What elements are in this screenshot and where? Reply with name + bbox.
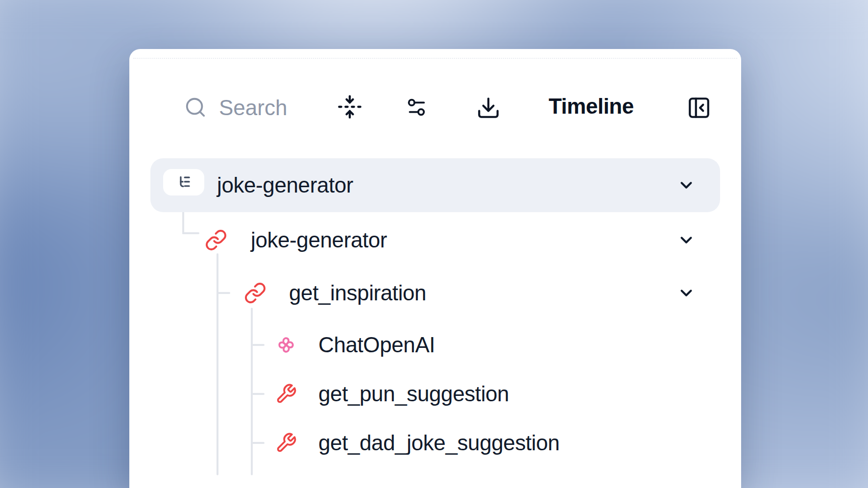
chevron-down-icon[interactable]: [677, 231, 696, 249]
filter-settings-button[interactable]: [405, 96, 428, 119]
tree-row-label: ChatOpenAI: [318, 334, 435, 356]
timeline-view-toggle[interactable]: Timeline: [549, 95, 634, 118]
pinwheel-icon: [274, 333, 298, 357]
search-icon: [184, 96, 207, 119]
tree-icon-badge[interactable]: [163, 169, 204, 195]
fold-vertical-icon: [337, 94, 362, 120]
wrench-icon: [275, 432, 297, 454]
tree-row-label: get_dad_joke_suggestion: [318, 432, 559, 454]
collapse-panel-button[interactable]: [687, 96, 711, 120]
trace-panel: Timeline joke-generator joke-generator: [129, 49, 741, 488]
link-icon: [244, 282, 266, 304]
sliders-icon: [405, 96, 428, 119]
chevron-down-icon[interactable]: [677, 176, 696, 195]
tree-row-label: get_inspiration: [289, 282, 426, 304]
download-button[interactable]: [476, 96, 501, 120]
wrench-icon: [275, 383, 297, 405]
tree-row[interactable]: [150, 320, 720, 369]
panel-left-close-icon: [687, 96, 711, 120]
link-icon: [205, 229, 227, 251]
tree-row[interactable]: [150, 268, 720, 317]
tree-structure-icon: [174, 173, 193, 192]
tree-row-label: joke-generator: [251, 229, 387, 251]
chevron-down-icon[interactable]: [677, 284, 696, 302]
tree-row-label: get_pun_suggestion: [318, 383, 509, 405]
download-icon: [476, 96, 501, 120]
tree-row-label: joke-generator: [217, 174, 353, 196]
collapse-all-button[interactable]: [337, 94, 362, 120]
tree-row[interactable]: [150, 216, 720, 265]
panel-top-divider: [133, 58, 737, 59]
